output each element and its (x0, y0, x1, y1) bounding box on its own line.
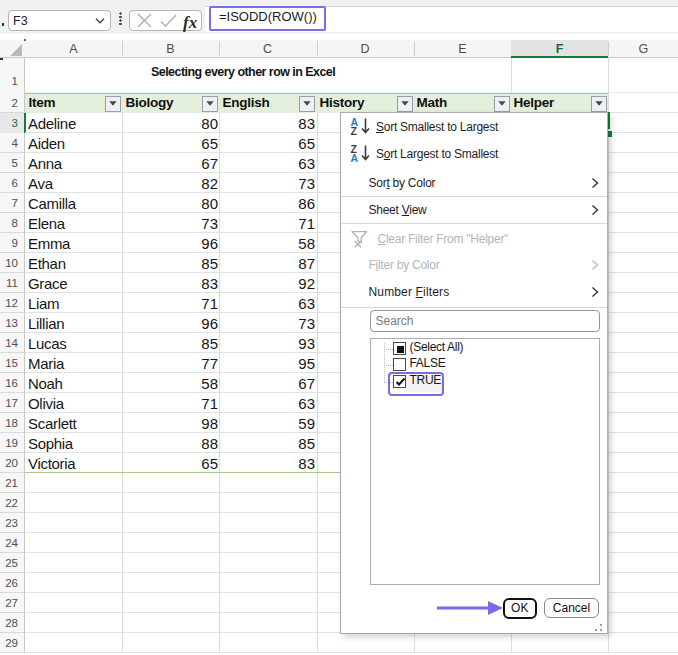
svg-text:A: A (351, 152, 359, 163)
svg-text:Z: Z (351, 125, 358, 136)
